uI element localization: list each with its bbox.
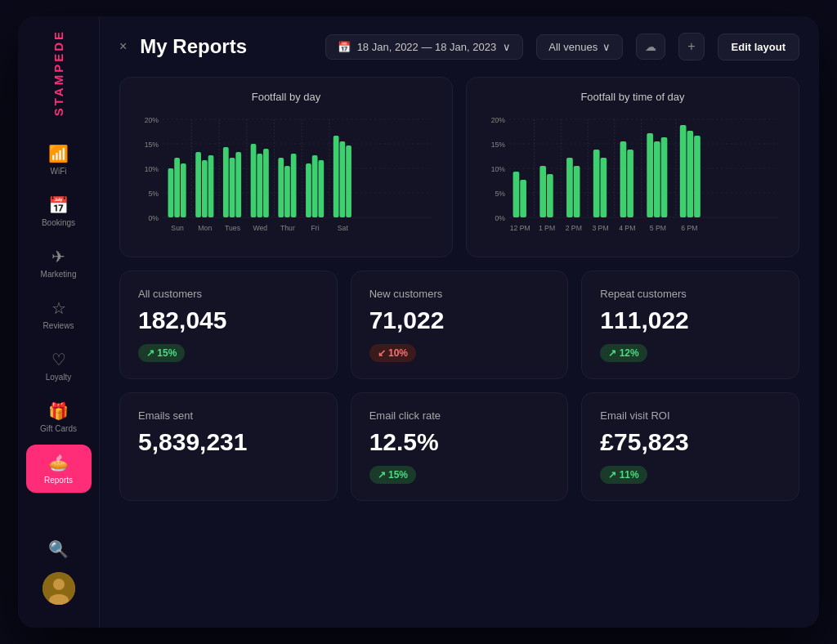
sidebar-nav: 📶 WiFi 📅 Bookings ✈ Marketing ☆ Reviews …	[18, 136, 99, 539]
svg-rect-65	[620, 141, 627, 217]
svg-text:10%: 10%	[145, 165, 159, 173]
marketing-icon: ✈	[51, 247, 65, 266]
cloud-button[interactable]: ☁	[636, 34, 665, 60]
sidebar-item-giftcards[interactable]: 🎁 Gift Cards	[26, 393, 92, 441]
sidebar-label-bookings: Bookings	[42, 218, 75, 227]
email-visit-roi-badge: ↗ 11%	[600, 466, 647, 484]
sidebar-bottom: 🔍	[43, 539, 75, 615]
sidebar: Stampede 📶 WiFi 📅 Bookings ✈ Marketing ☆…	[18, 16, 100, 628]
svg-text:Wed: Wed	[253, 224, 267, 232]
email-click-rate-card: Email click rate 12.5% ↗ 15%	[351, 392, 569, 501]
app-logo: Stampede	[51, 29, 65, 116]
svg-text:5%: 5%	[148, 190, 159, 198]
svg-rect-22	[251, 144, 257, 217]
svg-text:15%: 15%	[145, 141, 159, 149]
search-button[interactable]: 🔍	[48, 539, 69, 559]
email-visit-roi-card: Email visit ROI £75,823 ↗ 11%	[581, 392, 799, 501]
add-button[interactable]: +	[678, 33, 704, 60]
svg-rect-31	[333, 136, 339, 217]
svg-rect-24	[263, 149, 269, 217]
emails-sent-card: Emails sent 5,839,231	[119, 392, 338, 501]
email-click-rate-label: Email click rate	[369, 409, 550, 422]
footfall-by-time-chart: 20% 15% 10% 5% 0%	[483, 113, 782, 244]
new-customers-value: 71,022	[369, 306, 550, 334]
repeat-customers-label: Repeat customers	[600, 288, 781, 300]
svg-text:2 PM: 2 PM	[566, 224, 582, 232]
svg-text:0%: 0%	[148, 214, 159, 222]
svg-rect-19	[223, 147, 229, 217]
sidebar-item-reports[interactable]: 🥧 Reports	[26, 445, 92, 493]
sidebar-label-marketing: Marketing	[41, 270, 77, 279]
svg-text:1 PM: 1 PM	[539, 224, 555, 232]
new-customers-label: New customers	[369, 288, 550, 300]
new-customers-badge: ↙ 10%	[369, 344, 416, 362]
close-button[interactable]: ×	[119, 39, 127, 54]
svg-rect-17	[202, 160, 208, 217]
venue-chevron-icon: ∨	[602, 41, 611, 53]
stats-row: All customers 182,045 ↗ 15% New customer…	[119, 271, 799, 379]
footfall-by-time-title: Footfall by time of day	[483, 91, 782, 103]
email-click-rate-value: 12.5%	[369, 428, 550, 456]
footfall-by-day-title: Footfall by day	[137, 91, 436, 103]
edit-layout-button[interactable]: Edit layout	[718, 34, 799, 60]
sidebar-label-wifi: WiFi	[51, 167, 67, 176]
sidebar-item-reviews[interactable]: ☆ Reviews	[26, 290, 92, 338]
svg-rect-59	[539, 166, 546, 217]
all-customers-card: All customers 182,045 ↗ 15%	[119, 271, 338, 379]
svg-rect-60	[547, 174, 553, 217]
email-visit-roi-label: Email visit ROI	[600, 409, 781, 422]
emails-sent-label: Emails sent	[138, 409, 319, 422]
svg-text:4 PM: 4 PM	[619, 224, 635, 232]
footfall-by-day-card: Footfall by day 20% 15% 10% 5% 0%	[119, 77, 453, 257]
emails-sent-value: 5,839,231	[138, 428, 319, 456]
app-container: Stampede 📶 WiFi 📅 Bookings ✈ Marketing ☆…	[18, 16, 819, 628]
svg-rect-32	[339, 141, 345, 217]
date-range-text: 18 Jan, 2022 — 18 Jan, 2023	[357, 41, 497, 53]
svg-text:15%: 15%	[491, 141, 505, 149]
cloud-icon: ☁	[645, 40, 656, 53]
sidebar-item-bookings[interactable]: 📅 Bookings	[26, 187, 92, 235]
email-row: Emails sent 5,839,231 Email click rate 1…	[119, 392, 799, 501]
svg-text:Fri: Fri	[311, 224, 320, 232]
svg-rect-57	[513, 172, 520, 217]
page-header: × My Reports 📅 18 Jan, 2022 — 18 Jan, 20…	[119, 33, 799, 60]
svg-rect-63	[593, 150, 600, 217]
sidebar-item-wifi[interactable]: 📶 WiFi	[26, 136, 92, 184]
svg-text:Tues: Tues	[225, 224, 241, 232]
svg-text:10%: 10%	[491, 165, 505, 173]
svg-rect-64	[601, 158, 607, 217]
email-visit-roi-value: £75,823	[600, 428, 781, 456]
svg-text:Sun: Sun	[171, 224, 183, 232]
repeat-customers-card: Repeat customers 111,022 ↗ 12%	[581, 271, 799, 379]
all-customers-badge: ↗ 15%	[138, 344, 185, 362]
svg-rect-71	[687, 131, 693, 217]
footfall-by-time-card: Footfall by time of day 20% 15% 10% 5% 0…	[466, 77, 799, 257]
footfall-by-day-chart: 20% 15% 10% 5% 0%	[137, 113, 436, 244]
svg-point-1	[53, 579, 65, 590]
svg-text:Mon: Mon	[198, 224, 212, 232]
venue-selector[interactable]: All venues ∨	[536, 34, 623, 60]
svg-rect-18	[208, 155, 214, 217]
svg-rect-58	[520, 180, 526, 217]
svg-rect-62	[574, 166, 580, 217]
svg-rect-29	[312, 155, 318, 217]
svg-text:20%: 20%	[491, 116, 505, 124]
giftcards-icon: 🎁	[48, 401, 69, 421]
svg-rect-16	[195, 152, 201, 217]
svg-rect-66	[627, 150, 633, 217]
svg-rect-21	[235, 152, 241, 217]
svg-text:6 PM: 6 PM	[681, 224, 697, 232]
sidebar-item-marketing[interactable]: ✈ Marketing	[26, 239, 92, 287]
svg-rect-68	[654, 141, 660, 217]
svg-rect-26	[284, 166, 290, 217]
svg-text:12 PM: 12 PM	[510, 224, 530, 232]
new-customers-card: New customers 71,022 ↙ 10%	[351, 271, 569, 379]
charts-row: Footfall by day 20% 15% 10% 5% 0%	[119, 77, 799, 257]
date-range-picker[interactable]: 📅 18 Jan, 2022 — 18 Jan, 2023 ∨	[325, 34, 524, 60]
user-avatar[interactable]	[43, 572, 75, 605]
sidebar-item-loyalty[interactable]: ♡ Loyalty	[26, 342, 92, 390]
svg-text:Sat: Sat	[338, 224, 349, 232]
svg-rect-27	[291, 154, 297, 217]
sidebar-label-reports: Reports	[44, 476, 73, 485]
email-click-rate-badge: ↗ 15%	[369, 466, 416, 484]
